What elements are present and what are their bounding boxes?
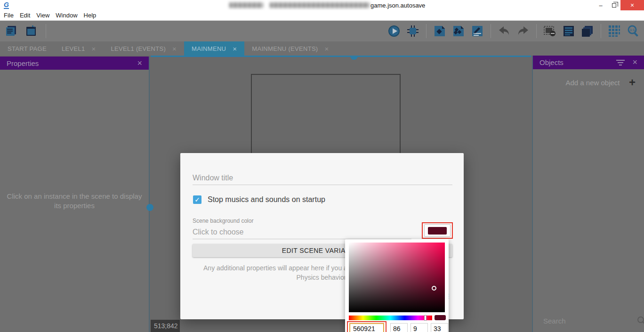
value-gradient bbox=[349, 243, 445, 312]
grid-icon[interactable] bbox=[607, 24, 621, 38]
project-manager-icon[interactable] bbox=[5, 24, 19, 38]
play-preview-icon[interactable] bbox=[387, 24, 401, 38]
click-target-annotation bbox=[347, 321, 386, 332]
app-window: G game.json.autosave – × File Edit View … bbox=[0, 0, 644, 332]
current-color-swatch bbox=[428, 227, 447, 235]
redo-icon[interactable] bbox=[516, 24, 530, 38]
color-swatch-button[interactable] bbox=[424, 224, 451, 237]
checkbox-checked-icon[interactable]: ✓ bbox=[193, 195, 201, 204]
tab-level1-events[interactable]: LEVEL1 (EVENTS)× bbox=[104, 41, 185, 56]
minimize-button[interactable]: – bbox=[594, 0, 607, 10]
red-input[interactable] bbox=[390, 323, 408, 332]
add-object-icon[interactable] bbox=[433, 24, 447, 38]
window-title: game.json.autosave bbox=[229, 0, 425, 10]
menu-edit[interactable]: Edit bbox=[20, 12, 35, 19]
search-icon bbox=[637, 316, 644, 325]
toolbar-divider bbox=[536, 24, 537, 38]
objects-list-icon[interactable] bbox=[451, 24, 466, 38]
panel-title: Objects bbox=[539, 58, 616, 66]
restore-button[interactable] bbox=[607, 0, 620, 10]
stop-sounds-row[interactable]: ✓ Stop musics and sounds on startup bbox=[193, 195, 325, 204]
toolbar-divider bbox=[601, 24, 601, 38]
field-underline bbox=[193, 185, 452, 185]
drag-handle-icon[interactable] bbox=[350, 56, 358, 60]
hue-slider-handle[interactable] bbox=[424, 315, 427, 321]
click-target-annotation bbox=[422, 222, 453, 239]
properties-panel: Properties × Click on an instance in the… bbox=[0, 57, 150, 332]
layers-icon[interactable] bbox=[580, 24, 595, 38]
menu-window[interactable]: Window bbox=[56, 12, 82, 19]
add-object-label: Add a new object bbox=[556, 79, 629, 87]
editor-tabs: START PAGE LEVEL1× LEVEL1 (EVENTS)× MAIN… bbox=[0, 41, 644, 56]
blue-input[interactable] bbox=[431, 323, 448, 332]
restore-icon bbox=[612, 3, 616, 8]
search-input[interactable] bbox=[543, 317, 637, 325]
saturation-value-area[interactable] bbox=[349, 243, 445, 312]
checkbox-label: Stop musics and sounds on startup bbox=[208, 195, 325, 204]
close-panel-icon[interactable]: × bbox=[137, 58, 142, 68]
color-picker-popup: Hex R G B bbox=[345, 239, 449, 332]
panel-title: Properties bbox=[7, 59, 137, 67]
toolbar-divider bbox=[491, 24, 491, 38]
cursor-coordinates-badge: 513;842 bbox=[151, 320, 180, 332]
filter-icon[interactable] bbox=[616, 60, 625, 65]
title-bar: G game.json.autosave – × bbox=[0, 0, 644, 10]
toolbar: 1:1 bbox=[0, 21, 644, 41]
tab-mainmenu-events[interactable]: MAINMENU (EVENTS)× bbox=[244, 41, 336, 56]
menu-file[interactable]: File bbox=[4, 12, 19, 19]
document-title: game.json.autosave bbox=[370, 2, 425, 9]
redacted-title-segment bbox=[229, 2, 263, 8]
menu-view[interactable]: View bbox=[36, 12, 55, 19]
objects-panel: Objects × Add a new object + bbox=[532, 56, 644, 332]
panel-resize-handle-icon[interactable] bbox=[146, 204, 153, 211]
redacted-title-segment bbox=[270, 2, 370, 8]
tab-mainmenu[interactable]: MAINMENU× bbox=[184, 41, 244, 56]
scene-bg-color-field[interactable]: Click to choose bbox=[193, 228, 244, 236]
plus-icon[interactable]: + bbox=[629, 77, 636, 88]
hex-input[interactable] bbox=[349, 323, 384, 332]
zoom-1-1-icon[interactable]: 1:1 bbox=[626, 24, 640, 38]
canvas-top-border bbox=[151, 56, 531, 57]
add-object-row[interactable]: Add a new object + bbox=[533, 77, 644, 88]
main-area: Properties × Click on an instance in the… bbox=[0, 56, 644, 332]
close-tab-icon[interactable]: × bbox=[325, 45, 329, 53]
green-input[interactable] bbox=[411, 323, 428, 332]
close-panel-icon[interactable]: × bbox=[632, 57, 637, 67]
close-window-button[interactable]: × bbox=[620, 0, 644, 10]
color-cursor-icon[interactable] bbox=[432, 286, 436, 291]
edit-scene-properties-icon[interactable] bbox=[470, 24, 484, 38]
objects-search bbox=[533, 312, 644, 329]
undo-icon[interactable] bbox=[497, 24, 511, 38]
scene-bg-color-label: Scene background color bbox=[193, 218, 253, 224]
close-tab-icon[interactable]: × bbox=[91, 45, 96, 53]
debug-icon[interactable] bbox=[406, 24, 420, 38]
picked-color-preview bbox=[435, 315, 446, 320]
properties-panel-header: Properties × bbox=[0, 57, 149, 70]
toggle-mask-icon[interactable] bbox=[543, 24, 557, 38]
svg-text:1:1: 1:1 bbox=[630, 28, 635, 32]
window-title-field[interactable]: Window title bbox=[193, 174, 233, 182]
close-tab-icon[interactable]: × bbox=[172, 45, 177, 53]
objects-panel-header: Objects × bbox=[533, 56, 644, 69]
start-page-icon[interactable] bbox=[24, 24, 39, 38]
toolbar-divider bbox=[46, 24, 46, 38]
close-tab-icon[interactable]: × bbox=[233, 45, 237, 53]
hue-slider[interactable] bbox=[349, 316, 432, 320]
instances-list-icon[interactable] bbox=[562, 24, 576, 38]
tab-start-page[interactable]: START PAGE bbox=[0, 41, 54, 56]
menu-help[interactable]: Help bbox=[84, 12, 102, 19]
gdevelop-logo-icon: G bbox=[4, 1, 9, 9]
menu-bar: File Edit View Window Help bbox=[0, 10, 644, 21]
toolbar-divider bbox=[426, 24, 427, 38]
properties-empty-message: Click on an instance in the scene to dis… bbox=[0, 192, 149, 211]
tab-level1[interactable]: LEVEL1× bbox=[54, 41, 104, 56]
